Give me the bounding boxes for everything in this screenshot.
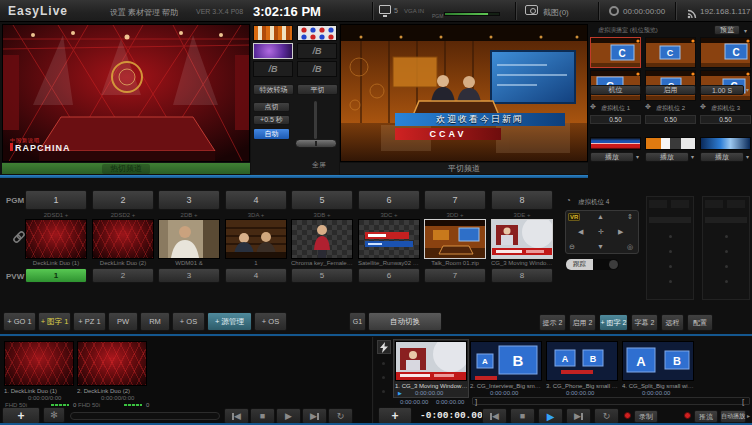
source-thumb-1[interactable]: [25, 219, 87, 259]
scene-preview-button[interactable]: 预监: [714, 25, 740, 35]
source-thumb-6[interactable]: [358, 219, 420, 259]
deck-clip-thumb[interactable]: [4, 341, 74, 386]
timeline-track[interactable]: [472, 397, 750, 405]
tab-remote[interactable]: 远程: [661, 314, 684, 331]
source-thumb-2[interactable]: [92, 219, 154, 259]
chevron-down-icon[interactable]: ▾: [746, 153, 749, 160]
transition-tile-5[interactable]: /B: [253, 61, 293, 77]
chevron-down-icon[interactable]: ▾: [636, 153, 639, 160]
play-lowerthird-2[interactable]: 播放: [645, 152, 689, 162]
take-button[interactable]: 点切: [253, 102, 290, 112]
loop-out-marker[interactable]: [: [742, 397, 744, 406]
source-thumb-8[interactable]: [491, 219, 553, 259]
stop-button[interactable]: ■: [510, 408, 535, 424]
pvw-channel-3[interactable]: 3: [158, 268, 220, 283]
transition-tile-3[interactable]: [253, 43, 293, 59]
tab-cg2[interactable]: + 图字 2: [599, 314, 628, 331]
tab-pw[interactable]: PW: [108, 312, 138, 331]
link-icon[interactable]: [12, 230, 26, 248]
channel-tag[interactable]: 3DD +: [424, 212, 486, 218]
tab-os1[interactable]: + OS: [172, 312, 205, 331]
pgm-channel-2[interactable]: 2: [92, 190, 154, 210]
source-thumb-7[interactable]: [424, 219, 486, 259]
fullscreen-label[interactable]: 全屏: [312, 160, 326, 170]
chevron-down-icon[interactable]: ▾: [691, 153, 694, 160]
vcam3-value[interactable]: 0.50: [700, 115, 751, 124]
pgm-channel-8[interactable]: 8: [491, 190, 553, 210]
pvw-channel-2[interactable]: 2: [92, 268, 154, 283]
pvw-channel-5[interactable]: 5: [291, 268, 353, 283]
loop-button[interactable]: ↻: [328, 408, 353, 424]
chevron-down-icon[interactable]: ▾: [744, 27, 747, 34]
pvw-channel-6[interactable]: 6: [358, 268, 420, 283]
record-icon[interactable]: [609, 6, 619, 16]
pgm-channel-5[interactable]: 5: [291, 190, 353, 210]
audio-fader-1[interactable]: [646, 196, 694, 300]
record-button[interactable]: 录制: [634, 410, 658, 423]
preview-monitor[interactable]: [340, 24, 588, 162]
tab-hint2[interactable]: 提示 2: [539, 314, 566, 331]
tab-config[interactable]: 配置: [687, 314, 713, 331]
enable-button[interactable]: 启用: [645, 85, 696, 95]
add-cg-button[interactable]: +: [378, 407, 412, 424]
snapshot-label[interactable]: 截图(0): [543, 7, 569, 18]
duration-button[interactable]: +0.5 秒: [253, 115, 290, 125]
source-thumb-4[interactable]: [225, 219, 287, 259]
prev-button[interactable]: ◀: [482, 408, 507, 424]
audio-fader-2[interactable]: [702, 196, 750, 300]
pgm-channel-1[interactable]: 1: [25, 190, 87, 210]
pvw-channel-1[interactable]: 1: [25, 268, 87, 283]
cg-clip-thumb-1[interactable]: [395, 341, 467, 381]
tab-os2[interactable]: + OS: [254, 312, 287, 331]
deck-clip-thumb[interactable]: [77, 341, 147, 386]
transition-tile-1[interactable]: [253, 25, 293, 41]
cut-button[interactable]: 平切: [297, 84, 338, 95]
small-arrow-icon[interactable]: ▸: [747, 412, 750, 419]
stop-button[interactable]: ■: [250, 408, 275, 424]
channel-tag[interactable]: 3DC +: [358, 212, 420, 218]
transition-tile-6[interactable]: /B: [297, 61, 337, 77]
camera-button[interactable]: 机位: [590, 85, 641, 95]
updown-icon[interactable]: ⇕: [627, 213, 633, 220]
channel-tag[interactable]: 3DA +: [225, 212, 287, 218]
arrow-right-icon[interactable]: ▶: [618, 228, 623, 235]
play-button[interactable]: ▶: [538, 408, 563, 424]
transition-tile-4[interactable]: /B: [297, 43, 337, 59]
pgm-channel-3[interactable]: 3: [158, 190, 220, 210]
lowerthird-thumb-2[interactable]: [645, 137, 696, 150]
program-monitor[interactable]: 中国新说唱 RAPCHINA: [2, 24, 250, 162]
pgm-channel-7[interactable]: 7: [424, 190, 486, 210]
play-lowerthird-3[interactable]: 播放: [700, 152, 744, 162]
auto-button[interactable]: 自动: [253, 128, 290, 140]
effect-transition-button[interactable]: 特效转场: [253, 84, 294, 95]
zoom-out-icon[interactable]: ⊖: [569, 243, 575, 250]
vcam1-label[interactable]: 虚拟机位 1: [601, 104, 630, 113]
tab-rm[interactable]: RM: [140, 312, 170, 331]
vcam4-title[interactable]: 虚拟机位 4: [578, 198, 609, 207]
scrubber[interactable]: [70, 412, 220, 420]
arrow-up-icon[interactable]: ▲: [597, 213, 604, 220]
vcam1-value[interactable]: 0.50: [590, 115, 641, 124]
vcam2-value[interactable]: 0.50: [645, 115, 696, 124]
transition-tile-2[interactable]: [297, 25, 337, 41]
scene-tile-1[interactable]: C: [590, 37, 641, 68]
speed-select[interactable]: 1.00 S: [700, 85, 744, 95]
tab-enable2[interactable]: 启用 2: [569, 314, 596, 331]
tab-pz1[interactable]: + PZ 1: [73, 312, 106, 331]
circle-target-icon[interactable]: ◎: [627, 243, 633, 250]
lowerthird-thumb-1[interactable]: [590, 137, 641, 150]
pvw-channel-4[interactable]: 4: [225, 268, 287, 283]
display-icon[interactable]: [379, 5, 391, 14]
play-lowerthird-1[interactable]: 播放: [590, 152, 634, 162]
tab-source-manager[interactable]: + 源管理: [207, 312, 252, 331]
g1-button[interactable]: G1: [349, 312, 366, 331]
channel-tag[interactable]: 3DE +: [491, 212, 553, 218]
cg-clip-thumb-3[interactable]: AB: [546, 341, 618, 381]
lowerthird-thumb-3[interactable]: [700, 137, 751, 150]
pvw-channel-7[interactable]: 7: [424, 268, 486, 283]
vcam3-label[interactable]: 虚拟机位 3: [711, 104, 740, 113]
snapshot-icon[interactable]: [525, 5, 538, 15]
pvw-channel-8[interactable]: 8: [491, 268, 553, 283]
tracking-toggle[interactable]: [593, 259, 619, 270]
chevron-down-icon[interactable]: ▾: [746, 86, 749, 93]
